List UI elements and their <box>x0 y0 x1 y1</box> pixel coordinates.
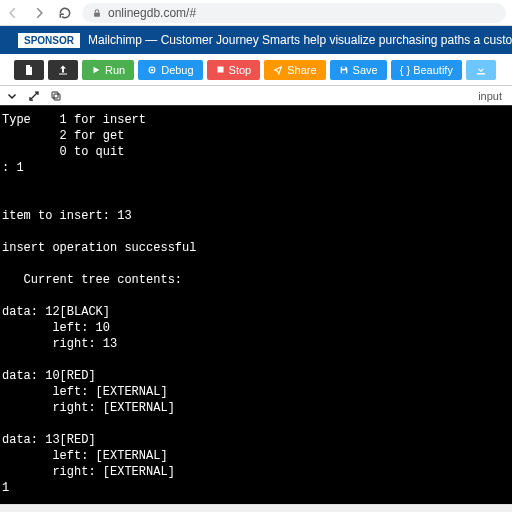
console-mode-label: input <box>478 90 506 102</box>
stop-label: Stop <box>229 64 252 76</box>
debug-label: Debug <box>161 64 193 76</box>
debug-icon <box>147 65 157 75</box>
back-arrow-icon[interactable] <box>6 6 22 20</box>
svg-rect-5 <box>342 66 345 68</box>
svg-rect-7 <box>477 73 485 75</box>
save-label: Save <box>353 64 378 76</box>
svg-rect-6 <box>342 70 346 73</box>
debug-button[interactable]: Debug <box>138 60 202 80</box>
upload-icon <box>57 63 69 77</box>
download-button[interactable] <box>466 60 496 80</box>
console-header: input <box>0 86 512 106</box>
stop-button[interactable]: Stop <box>207 60 261 80</box>
svg-rect-0 <box>94 12 100 16</box>
svg-rect-9 <box>52 92 58 98</box>
bottom-strip <box>0 504 512 512</box>
share-button[interactable]: Share <box>264 60 325 80</box>
svg-rect-1 <box>59 73 67 74</box>
download-icon <box>475 64 487 76</box>
upload-button[interactable] <box>48 60 78 80</box>
terminal-output[interactable]: Type 1 for insert 2 for get 0 to quit : … <box>0 106 512 504</box>
save-button[interactable]: Save <box>330 60 387 80</box>
new-file-button[interactable] <box>14 60 44 80</box>
address-bar[interactable]: onlinegdb.com/# <box>82 3 506 23</box>
stop-icon <box>216 65 225 74</box>
browser-nav-bar: onlinegdb.com/# <box>0 0 512 26</box>
beautify-button[interactable]: { } Beautify <box>391 60 462 80</box>
url-text: onlinegdb.com/# <box>108 6 196 20</box>
lock-icon <box>92 7 102 19</box>
expand-icon[interactable] <box>28 90 40 102</box>
sponsor-banner[interactable]: SPONSOR Mailchimp — Customer Journey Sma… <box>0 26 512 54</box>
forward-arrow-icon[interactable] <box>32 6 48 20</box>
sponsor-badge: SPONSOR <box>18 33 80 48</box>
svg-rect-8 <box>54 94 60 100</box>
svg-rect-4 <box>217 67 223 73</box>
save-icon <box>339 65 349 75</box>
copy-icon[interactable] <box>50 90 62 102</box>
play-icon <box>91 65 101 75</box>
run-button[interactable]: Run <box>82 60 134 80</box>
share-icon <box>273 65 283 75</box>
file-icon <box>23 63 35 77</box>
svg-point-3 <box>151 69 153 71</box>
toolbar: Run Debug Stop Share Save { } Beautify <box>0 54 512 86</box>
beautify-label: { } Beautify <box>400 64 453 76</box>
reload-icon[interactable] <box>58 6 72 20</box>
run-label: Run <box>105 64 125 76</box>
chevron-down-icon[interactable] <box>6 90 18 102</box>
share-label: Share <box>287 64 316 76</box>
banner-text: Mailchimp — Customer Journey Smarts help… <box>88 33 512 47</box>
